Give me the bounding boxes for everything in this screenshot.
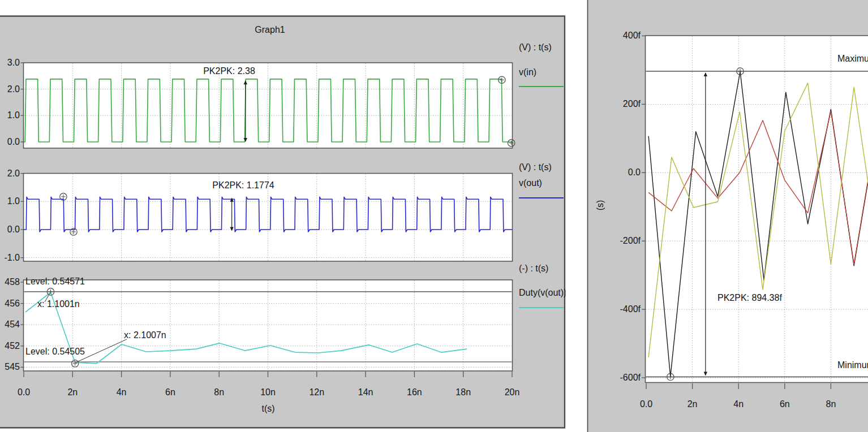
x-tick-label: 0.0 (18, 387, 30, 397)
y-tick-label: 3.0 (7, 58, 20, 67)
x-tick-label: 12n (309, 387, 324, 397)
y-tick-label: -400f (620, 304, 641, 314)
y-tick-label: -200f (620, 236, 641, 245)
y-tick-label: 545 (5, 362, 20, 371)
graph1-title: Graph1 (225, 25, 315, 35)
y-tick-label: 1.0 (7, 110, 20, 120)
y-tick-label: 452 (5, 341, 20, 351)
pk2pk-annotation: PK2PK: 2.38 (203, 66, 255, 76)
x-tick-label: 2n (687, 399, 698, 409)
x-tick-label: 8n (214, 387, 224, 397)
plot-box-graph2 (646, 36, 868, 383)
legend-axis-label: (V) : t(s) (519, 42, 552, 52)
legend-name-v(in)[interactable]: v(in) (519, 67, 536, 77)
pk2pk-annotation: PK2PK: 894.38f (717, 293, 782, 303)
x-tick-label: 0.0 (640, 399, 652, 409)
level-annotation: Level: 0.54505 (25, 347, 85, 356)
legend-name-v(out)[interactable]: v(out) (519, 178, 542, 188)
x-tick-label: 10n (260, 387, 276, 397)
y-tick-label: -600f (620, 373, 641, 382)
y-tick-label: -1.0 (4, 253, 20, 262)
y-tick-label: 458 (5, 277, 20, 287)
legend-name-Duty(v(out))[interactable]: Duty(v(out)) (519, 288, 566, 297)
y-tick-label: 400f (623, 31, 641, 40)
y-tick-label: 0.0 (7, 137, 20, 146)
x-tick-label: 4n (117, 387, 127, 397)
y-tick-label: 2.0 (7, 84, 20, 94)
x-tick-label: 6n (780, 399, 790, 409)
x-axis-label: t(s) (261, 404, 274, 413)
y-tick-label: 454 (5, 319, 20, 329)
x-cursor-annotation: x: 1.1001n (37, 299, 80, 309)
level-annotation: Level: 0.54571 (25, 277, 85, 286)
x-tick-label: 8n (826, 399, 836, 409)
x-tick-label: 16n (407, 387, 422, 397)
panel-gap (566, 0, 587, 432)
y-tick-label: 0.0 (7, 224, 20, 234)
x-tick-label: 6n (165, 387, 175, 397)
x-tick-label: 2n (67, 387, 78, 397)
x-tick-label: 14n (358, 387, 373, 397)
x-tick-label: 4n (733, 399, 744, 409)
legend-axis-label: (V) : t(s) (519, 162, 552, 172)
legend-axis-label: (-) : t(s) (519, 263, 548, 273)
minimum-annotation: Minimum (837, 360, 868, 370)
y-tick-label: 456 (5, 299, 20, 308)
y-tick-label: 0.0 (628, 167, 641, 177)
maximum-annotation: Maximum (837, 54, 868, 63)
x-cursor-annotation: x: 2.1007n (124, 330, 166, 340)
y-tick-label: 2.0 (7, 169, 20, 178)
y-tick-label: 200f (623, 99, 641, 109)
charts-canvas: 3.02.01.00.02.01.00.0-1.0458456454452545… (0, 0, 868, 432)
pk2pk-annotation: PK2PK: 1.1774 (212, 180, 274, 190)
waveform-viewer-screen: 3.02.01.00.02.01.00.0-1.0458456454452545… (0, 0, 868, 432)
y-tick-label: 1.0 (7, 196, 20, 206)
x-tick-label: 18n (456, 387, 471, 397)
y-axis-label: (s) (595, 200, 605, 211)
x-tick-label: 20n (505, 387, 520, 397)
